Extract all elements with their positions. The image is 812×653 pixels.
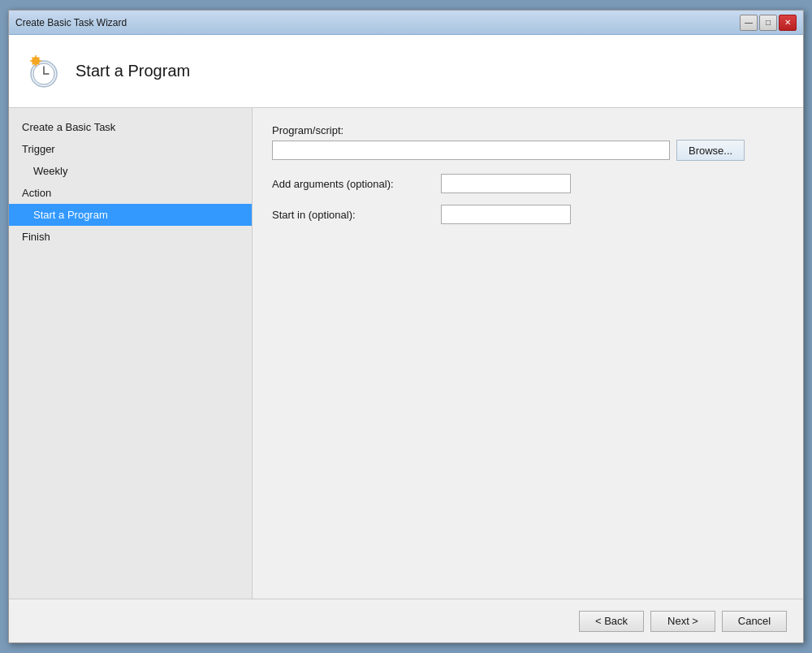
sidebar-item-trigger[interactable]: Trigger — [9, 138, 252, 160]
main-window: Create Basic Task Wizard — □ ✕ — [8, 10, 804, 643]
footer: < Back Next > Cancel — [9, 599, 803, 642]
program-script-group: Program/script: Browse... — [272, 124, 784, 161]
wizard-icon — [25, 53, 63, 90]
content-area: Program/script: Browse... Add arguments … — [253, 108, 803, 599]
title-bar: Create Basic Task Wizard — □ ✕ — [9, 11, 803, 35]
sidebar-item-finish[interactable]: Finish — [9, 226, 252, 248]
header-area: Start a Program — [9, 35, 803, 108]
sidebar: Create a Basic Task Trigger Weekly Actio… — [9, 108, 253, 599]
cancel-button[interactable]: Cancel — [722, 611, 787, 632]
title-bar-controls: — □ ✕ — [740, 15, 797, 31]
start-in-label: Start in (optional): — [272, 209, 434, 221]
title-bar-text: Create Basic Task Wizard — [15, 17, 740, 28]
browse-button[interactable]: Browse... — [676, 140, 745, 161]
header-title: Start a Program — [76, 62, 190, 80]
main-area: Create a Basic Task Trigger Weekly Actio… — [9, 108, 803, 599]
program-script-label: Program/script: — [272, 124, 784, 136]
add-arguments-row: Add arguments (optional): — [272, 174, 784, 193]
back-button[interactable]: < Back — [579, 611, 644, 632]
minimize-button[interactable]: — — [740, 15, 758, 31]
sidebar-item-weekly[interactable]: Weekly — [9, 160, 252, 182]
sidebar-item-action[interactable]: Action — [9, 182, 252, 204]
program-script-input[interactable] — [272, 141, 670, 160]
add-arguments-label: Add arguments (optional): — [272, 178, 434, 190]
start-in-row: Start in (optional): — [272, 205, 784, 224]
start-in-input[interactable] — [441, 205, 571, 224]
svg-line-9 — [32, 57, 34, 58]
sidebar-item-create-basic-task[interactable]: Create a Basic Task — [9, 116, 252, 138]
svg-line-11 — [32, 63, 34, 64]
sidebar-item-start-a-program[interactable]: Start a Program — [9, 204, 252, 226]
maximize-button[interactable]: □ — [759, 15, 777, 31]
svg-line-12 — [38, 57, 40, 58]
add-arguments-input[interactable] — [441, 174, 571, 193]
close-button[interactable]: ✕ — [779, 15, 797, 31]
program-script-row: Browse... — [272, 140, 784, 161]
next-button[interactable]: Next > — [650, 611, 715, 632]
